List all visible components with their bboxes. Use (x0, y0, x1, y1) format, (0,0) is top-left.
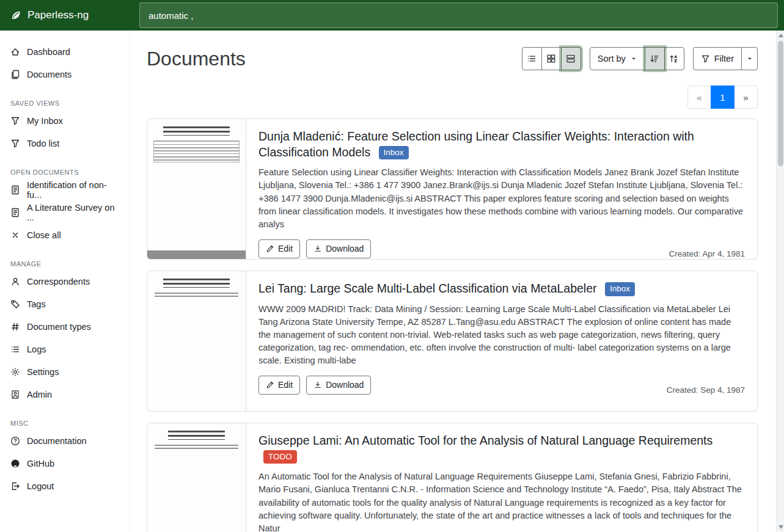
edit-button[interactable]: Edit (258, 376, 300, 395)
document-title-row: Giuseppe Lami: An Automatic Tool for the… (258, 433, 745, 464)
pagination: « 1 » (147, 86, 758, 109)
sidebar-item-correspondents[interactable]: Correspondents (0, 270, 130, 293)
sidebar-item-dashboard[interactable]: Dashboard (0, 40, 130, 63)
sidebar-item-logs[interactable]: Logs (0, 338, 130, 360)
view-toggle-group (522, 47, 581, 70)
document-thumbnail[interactable] (147, 423, 246, 532)
sidebar-item-label: Logout (27, 481, 54, 491)
document-thumbnail[interactable] (147, 271, 246, 411)
sidebar-item-document-types[interactable]: Document types (0, 315, 130, 338)
sort-by-dropdown[interactable]: Sort by (590, 47, 645, 70)
document-title-link[interactable]: Lei Tang: Large Scale Multi-Label Classi… (258, 282, 597, 295)
brand-label: Paperless-ng (27, 9, 89, 21)
close-icon (10, 230, 20, 240)
sidebar-item-documents[interactable]: Documents (0, 63, 130, 86)
sort-ascending-button[interactable] (664, 47, 684, 70)
sidebar-item-close-all[interactable]: Close all (0, 224, 130, 246)
filter-group: Filter (693, 47, 758, 70)
sidebar-item-label: Logs (27, 344, 46, 354)
funnel-icon (10, 139, 20, 148)
list-view-button[interactable] (522, 47, 542, 70)
document-excerpt: Feature Selection using Linear Classifie… (258, 166, 745, 230)
download-button[interactable]: Download (306, 376, 371, 395)
document-thumbnail[interactable] (147, 119, 246, 259)
thumbnail-preview (168, 431, 225, 440)
filter-button[interactable]: Filter (693, 47, 742, 70)
created-date: Created: Sep 4, 1987 (667, 385, 745, 395)
sidebar-item-open-doc-2[interactable]: A Literature Survey on ... (0, 201, 130, 224)
file-text-icon (10, 208, 20, 217)
sidebar-item-tags[interactable]: Tags (0, 293, 130, 315)
documents-icon (10, 70, 20, 79)
sidebar-item-label: Dashboard (27, 47, 70, 57)
sidebar-item-label: Todo list (27, 139, 59, 148)
sidebar-item-label: Documents (27, 70, 71, 79)
sidebar-item-logout[interactable]: Logout (0, 475, 130, 497)
funnel-icon (10, 116, 20, 126)
dashboard-icon (10, 47, 20, 57)
tag-badge[interactable]: Inbox (605, 282, 635, 296)
sidebar-item-github[interactable]: GitHub (0, 452, 130, 475)
document-title-row: Lei Tang: Large Scale Multi-Label Classi… (258, 281, 745, 297)
document-title-link[interactable]: Dunja Mladenić: Feature Selection using … (258, 129, 694, 159)
sidebar-item-label: Correspondents (27, 277, 90, 286)
sidebar-item-admin[interactable]: Admin (0, 383, 130, 406)
pagination-page-1[interactable]: 1 (711, 86, 735, 109)
grid-view-button[interactable] (541, 47, 562, 70)
pagination-prev-button[interactable]: « (687, 86, 711, 109)
sidebar-item-label: A Literature Survey on ... (27, 203, 119, 222)
edit-label: Edit (278, 380, 293, 390)
section-title-open-documents: OPEN DOCUMENTS (0, 163, 130, 178)
thumbnail-preview (153, 304, 240, 411)
thumbnail-preview (153, 167, 240, 246)
main-content: Documents Sort by (130, 31, 776, 532)
scroll-up-arrow[interactable] (779, 34, 783, 37)
thumbnail-preview (153, 140, 240, 162)
gear-icon (10, 367, 20, 377)
sort-descending-icon (650, 54, 659, 64)
sidebar-item-open-doc-1[interactable]: Identification of non-fu... (0, 178, 130, 201)
download-label: Download (326, 380, 364, 390)
top-navbar: Paperless-ng (0, 0, 784, 31)
tag-badge[interactable]: Inbox (379, 146, 409, 160)
edit-button[interactable]: Edit (258, 239, 300, 258)
scroll-down-arrow[interactable] (779, 525, 783, 529)
thumbnail-preview (155, 445, 238, 451)
sidebar-item-my-inbox[interactable]: My Inbox (0, 109, 130, 132)
thumbnail-preview (155, 293, 238, 299)
document-card-body: Lei Tang: Large Scale Multi-Label Classi… (246, 271, 757, 411)
document-card: Lei Tang: Large Scale Multi-Label Classi… (147, 271, 758, 412)
sort-descending-button[interactable] (645, 47, 665, 70)
download-icon (313, 244, 322, 253)
document-card: Giuseppe Lami: An Automatic Tool for the… (147, 423, 758, 532)
tag-badge[interactable]: TODO (263, 450, 297, 464)
thumbnail-preview (153, 456, 240, 532)
brand-link[interactable]: Paperless-ng (0, 9, 130, 21)
download-icon (313, 381, 322, 389)
file-text-icon (10, 185, 20, 195)
thumbnail-preview (163, 126, 230, 136)
sidebar-item-label: Admin (27, 390, 52, 399)
pagination-next-button[interactable]: » (734, 86, 758, 109)
sidebar-item-documentation[interactable]: Documentation (0, 429, 130, 452)
scrollbar-thumb[interactable] (778, 41, 783, 166)
document-excerpt: WWW 2009 MADRID! Track: Data Mining / Se… (258, 303, 745, 367)
sidebar-item-label: Documentation (27, 436, 87, 446)
filter-label: Filter (714, 54, 734, 64)
filter-dropdown-toggle[interactable] (741, 47, 758, 70)
page-header: Documents Sort by (147, 45, 758, 72)
document-excerpt: An Automatic Tool for the Analysis of Na… (258, 470, 745, 532)
github-icon (10, 459, 20, 468)
download-button[interactable]: Download (306, 239, 371, 258)
edit-label: Edit (278, 244, 293, 253)
card-actions: Edit Download Created: Apr 4, 1981 (258, 239, 745, 258)
sidebar-item-settings[interactable]: Settings (0, 360, 130, 383)
tag-icon (10, 299, 20, 309)
sidebar-item-label: GitHub (27, 459, 54, 468)
document-title-link[interactable]: Giuseppe Lami: An Automatic Tool for the… (258, 434, 713, 447)
created-date: Created: Apr 4, 1981 (669, 249, 745, 258)
grid-view-icon (546, 54, 556, 64)
sidebar-item-todo-list[interactable]: Todo list (0, 132, 130, 155)
search-input[interactable] (139, 2, 778, 28)
detail-view-button[interactable] (561, 47, 581, 70)
